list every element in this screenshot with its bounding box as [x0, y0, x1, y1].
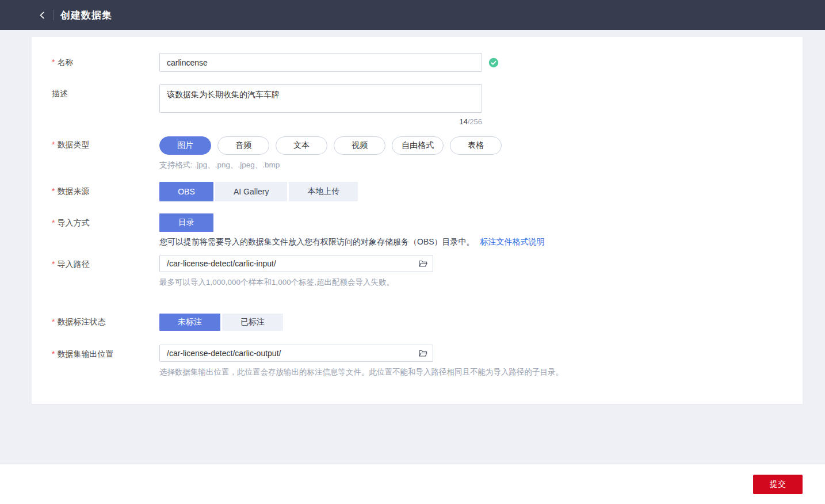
- import-path-row: *导入路径 最多可以导入1,000,000个样本和1,000个标签,超出配: [52, 255, 780, 288]
- data-type-option[interactable]: 音频: [217, 136, 269, 155]
- open-folder-icon: [418, 259, 428, 268]
- data-type-format-hint: 支持格式: .jpg、.png、.jpeg、.bmp: [159, 160, 780, 170]
- char-count-max: /256: [468, 117, 482, 126]
- label-status-option[interactable]: 已标注: [222, 314, 283, 331]
- output-location-label: *数据集输出位置: [52, 345, 159, 377]
- char-count-current: 14: [459, 117, 467, 126]
- footer-bar: 提交: [0, 464, 825, 504]
- data-type-option[interactable]: 表格: [450, 136, 502, 155]
- import-method-label: *导入方式: [52, 213, 159, 247]
- data-source-row: *数据来源 OBSAI Gallery本地上传: [52, 182, 780, 201]
- import-path-input[interactable]: [159, 255, 433, 272]
- required-star: *: [52, 259, 55, 269]
- top-bar: 创建数据集: [0, 0, 825, 30]
- data-source-group: OBSAI Gallery本地上传: [159, 182, 780, 201]
- data-type-option[interactable]: 自由格式: [392, 136, 444, 155]
- import-method-hint: 您可以提前将需要导入的数据集文件放入您有权限访问的对象存储服务（OBS）目录中。…: [159, 237, 780, 247]
- create-dataset-form: *名称 描述 14/256: [32, 37, 803, 404]
- label-status-group: 未标注已标注: [159, 314, 780, 331]
- description-label: 描述: [52, 84, 159, 126]
- import-method-group: 目录: [159, 213, 780, 232]
- data-type-label: *数据类型: [52, 136, 159, 170]
- data-type-option[interactable]: 视频: [334, 136, 385, 155]
- label-format-doc-link[interactable]: 标注文件格式说明: [480, 237, 545, 246]
- import-path-hint: 最多可以导入1,000,000个样本和1,000个标签,超出配额会导入失败。: [159, 277, 780, 288]
- back-button[interactable]: [36, 9, 48, 21]
- label-status-option[interactable]: 未标注: [159, 314, 220, 331]
- data-type-option[interactable]: 文本: [276, 136, 327, 155]
- required-star: *: [52, 140, 55, 149]
- data-source-option[interactable]: AI Gallery: [215, 182, 287, 201]
- output-location-hint: 选择数据集输出位置，此位置会存放输出的标注信息等文件。此位置不能和导入路径相同且…: [159, 367, 780, 377]
- description-textarea[interactable]: [159, 84, 482, 113]
- data-source-label: *数据来源: [52, 182, 159, 201]
- name-row: *名称: [52, 53, 780, 72]
- description-row: 描述 14/256: [52, 84, 780, 126]
- output-location-row: *数据集输出位置 选择数据集输出位置，此位置会存放输出的标注信息等文件。此: [52, 345, 780, 377]
- data-type-option[interactable]: 图片: [159, 136, 211, 155]
- import-method-row: *导入方式 目录 您可以提前将需要导入的数据集文件放入您有权限访问的对象存储服务…: [52, 213, 780, 247]
- valid-check-icon: [488, 58, 499, 68]
- required-star: *: [52, 349, 55, 358]
- divider: [53, 10, 54, 20]
- char-counter: 14/256: [159, 117, 482, 126]
- name-label: *名称: [52, 53, 159, 72]
- required-star: *: [52, 317, 55, 326]
- open-folder-icon: [418, 349, 428, 358]
- output-location-input[interactable]: [159, 345, 433, 362]
- label-status-row: *数据标注状态 未标注已标注: [52, 314, 780, 331]
- required-star: *: [52, 218, 55, 227]
- chevron-left-icon: [38, 11, 47, 20]
- page-body: *名称 描述 14/256: [0, 30, 825, 404]
- data-source-option[interactable]: 本地上传: [289, 182, 358, 201]
- data-type-group: 图片音频文本视频自由格式表格: [159, 136, 780, 155]
- import-method-option[interactable]: 目录: [159, 213, 213, 232]
- data-source-option[interactable]: OBS: [159, 182, 213, 201]
- page-title: 创建数据集: [60, 9, 112, 22]
- required-star: *: [52, 58, 55, 67]
- required-star: *: [52, 186, 55, 196]
- output-location-browse-button[interactable]: [417, 348, 429, 359]
- import-path-label: *导入路径: [52, 255, 159, 288]
- label-status-label: *数据标注状态: [52, 314, 159, 331]
- import-path-browse-button[interactable]: [417, 258, 429, 269]
- name-input[interactable]: [159, 53, 482, 72]
- data-type-row: *数据类型 图片音频文本视频自由格式表格 支持格式: .jpg、.png、.jp…: [52, 136, 780, 170]
- submit-button[interactable]: 提交: [753, 475, 803, 494]
